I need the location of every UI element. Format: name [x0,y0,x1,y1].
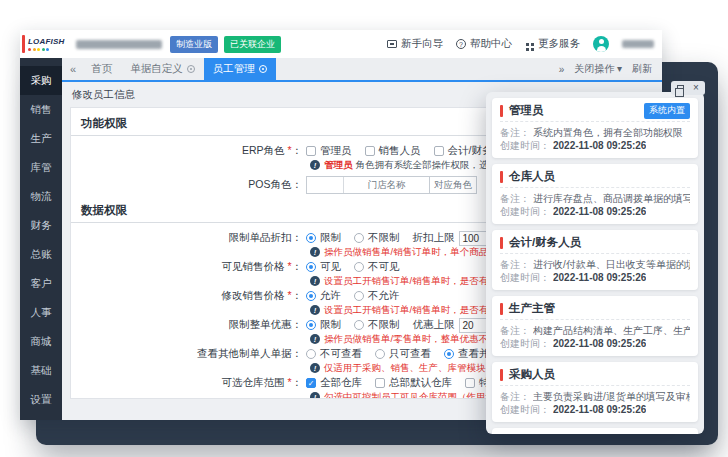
pos-table-role-header[interactable]: 对应角色 [429,177,477,193]
role-card-purchasing[interactable]: 采购人员 备注：主要负责采购进/退货单的填写及审核操作 创建时间：2022-11… [492,362,698,422]
sidebar-item-purchase[interactable]: 采购 [20,66,62,95]
screenshot-stage: LOAFISH 制造业版 已关联企业 新手向导 ? 帮助中心 [0,0,728,457]
pos-role-table: 门店名称 对应角色 [306,176,477,194]
user-name-blurred [622,40,654,48]
created-value: 2022-11-08 09:25:26 [553,271,646,284]
role-name: 仓库人员 [509,169,555,184]
sidebar-item-customer[interactable]: 客户 [20,269,62,298]
role-marker-bar [500,237,503,249]
sidebar-item-hr[interactable]: 人事 [20,298,62,327]
checkbox-icon[interactable] [375,378,385,388]
radio-option[interactable]: 不允许 [354,289,400,303]
tab-home[interactable]: 首页 [82,58,121,80]
role-name: 管理员 [509,103,544,118]
sidebar-item-finance[interactable]: 财务 [20,211,62,240]
company-name-blurred [76,40,162,49]
close-panel-icon[interactable]: × [693,83,699,93]
info-icon [310,247,320,257]
radio-icon[interactable] [306,349,316,359]
checkbox-option-sales[interactable]: 销售人员 [365,144,421,158]
restore-window-icon[interactable] [677,85,684,92]
header-nav: 新手向导 ? 帮助中心 更多服务 [387,36,662,52]
guide-icon [387,40,397,48]
checkbox-option-admin[interactable]: 管理员 [306,144,352,158]
nav-more-services[interactable]: 更多服务 [525,37,580,51]
nav-guide[interactable]: 新手向导 [387,37,443,51]
pos-table-empty-cell [307,177,343,193]
sidebar-item-ledger[interactable]: 总账 [20,240,62,269]
remark-label: 备注： [500,258,530,271]
tab-circle-icon[interactable] [259,65,267,73]
info-icon [310,363,320,373]
tab-doc-custom[interactable]: 单据自定义 [121,58,204,80]
radio-selected-icon[interactable] [306,291,316,301]
sidebar-item-logistics[interactable]: 物流 [20,182,62,211]
radio-selected-icon[interactable] [306,320,316,330]
radio-option[interactable]: 不可查看 [306,347,362,361]
created-value: 2022-11-08 09:25:26 [553,205,646,218]
nav-help[interactable]: ? 帮助中心 [456,37,512,51]
checkbox-option[interactable]: 总部默认仓库 [375,376,452,390]
radio-option[interactable]: 不限制 [354,231,400,245]
role-card-warehouse[interactable]: 仓库人员 备注：进行库存盘点、商品调拨单据的填写及... 创建时间：2022-1… [492,164,698,224]
sidebar-item-production[interactable]: 生产 [20,124,62,153]
sidebar-item-settings[interactable]: 设置 [20,385,62,414]
logo-dots [28,48,65,51]
info-icon [310,334,320,344]
radio-option[interactable]: 不限制 [354,318,400,332]
brand-logo: LOAFISH [20,30,66,58]
panel-controls: × [671,81,705,95]
radio-icon[interactable] [354,262,364,272]
top-header: LOAFISH 制造业版 已关联企业 新手向导 ? 帮助中心 [20,30,662,58]
user-avatar[interactable] [593,36,609,52]
edition-badge: 制造业版 [170,36,218,53]
radio-icon[interactable] [354,291,364,301]
role-card-admin[interactable]: 管理员 系统内置 备注：系统内置角色，拥有全部功能权限 创建时间：2022-11… [492,98,698,158]
tab-actions: » 关闭操作 ▾ 刷新 [559,62,656,76]
created-label: 创建时间： [500,205,550,218]
radio-option[interactable]: 不可见 [354,260,400,274]
radio-icon[interactable] [354,233,364,243]
created-value: 2022-11-08 09:25:26 [553,139,646,152]
collapse-tabs-icon[interactable]: « [70,63,76,75]
radio-icon[interactable] [354,320,364,330]
checkbox-icon[interactable] [434,146,444,156]
radio-option[interactable]: 只可查看 [375,347,431,361]
close-operations-dropdown[interactable]: 关闭操作 ▾ [574,62,622,76]
radio-option[interactable]: 可见 [306,260,341,274]
role-card-accounting[interactable]: 会计/财务人员 备注：进行收/付款单、日出收支等单据的填写... 创建时间：20… [492,230,698,290]
checkbox-icon[interactable] [465,378,475,388]
sidebar-item-mall[interactable]: 商城 [20,327,62,356]
caret-down-icon: ▾ [617,63,622,74]
tab-circle-icon[interactable] [187,65,195,73]
checkbox-icon[interactable] [365,146,375,156]
sidebar-item-warehouse[interactable]: 库管 [20,153,62,182]
role-marker-bar [500,369,503,381]
checkbox-icon[interactable] [306,146,316,156]
role-name: 采购人员 [509,367,555,382]
expand-tabs-icon[interactable]: » [559,64,565,75]
radio-selected-icon[interactable] [306,262,316,272]
radio-selected-icon[interactable] [306,233,316,243]
remark-value: 主要负责采购进/退货单的填写及审核操作 [533,390,690,403]
field-label-pos-role: POS角色 [81,178,306,192]
radio-option[interactable]: 允许 [306,289,341,303]
info-icon [310,160,320,170]
radio-icon[interactable] [375,349,385,359]
checkbox-checked-icon[interactable]: ✓ [306,378,316,388]
refresh-button[interactable]: 刷新 [632,62,652,76]
role-card-production-lead[interactable]: 生产主管 备注：构建产品结构清单、生产工序、生产计... 创建时间：2022-1… [492,296,698,356]
tab-employee-management[interactable]: 员工管理 [204,58,276,80]
logo-accent-bar [22,35,25,53]
remark-value: 系统内置角色，拥有全部功能权限 [533,126,683,139]
radio-option[interactable]: 限制 [306,318,341,332]
checkbox-option[interactable]: ✓全部仓库 [306,376,362,390]
remark-label: 备注： [500,192,530,205]
radio-option[interactable]: 限制 [306,231,341,245]
radio-selected-icon[interactable] [444,349,454,359]
remark-value: 进行库存盘点、商品调拨单据的填写及... [533,192,690,205]
sidebar-item-sales[interactable]: 销售 [20,95,62,124]
sidebar-item-basic[interactable]: 基础 [20,356,62,385]
created-label: 创建时间： [500,139,550,152]
role-card-sales[interactable]: 销售人员 备注：主要销售、销售退货单等单据的填写及... 创建时间：2022-1… [492,428,698,434]
